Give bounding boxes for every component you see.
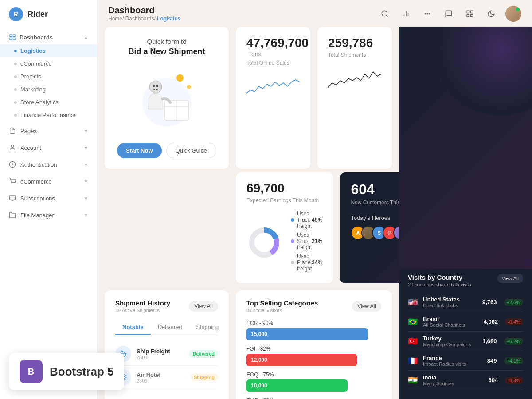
legend-ship: Used Ship freight 21% [291,232,322,250]
sidebar-filemanager-section: File Manager ▼ [0,207,97,223]
shipment-status-badge: Delivered [189,350,218,358]
sidebar: R Rider Dashboards ▲ Logistics eCommerce… [0,0,98,399]
sidebar-account-section: Account ▼ [0,140,97,155]
category-bar-row: FGI - 82% 12,000 [246,346,381,366]
visits-card: Visits by Country 20 countries share 97%… [399,265,532,399]
country-info: Brasil All Social Channels [423,316,479,328]
categories-title: Top Selling Categories [246,299,318,307]
user-avatar[interactable] [505,6,521,22]
sidebar-filemanager-label: File Manager [20,212,54,219]
grid-icon[interactable] [420,7,434,21]
sidebar-item-ecommerce[interactable]: eCommerce [0,57,97,70]
shipment-subtitle: 59 Active Shipments [115,308,170,313]
total-sales-card: 47,769,700 Tons Total Online Sales [236,27,310,169]
content-main: Quick form to Bid a New Shipment [98,27,399,399]
svg-point-16 [429,13,430,14]
country-change-badge: +4.1% [504,357,524,364]
categories-title-group: Top Selling Categories 8k social visitor… [246,299,318,313]
tab-delivered[interactable]: Delivered [151,320,189,335]
country-name: Turkey [423,335,478,342]
apps-grid-icon[interactable] [463,7,477,21]
bar-label: FMG - 60% [246,397,381,399]
sidebar-auth-section: Authentication ▼ [0,157,97,172]
search-icon[interactable] [378,7,392,21]
country-source: Impact Radius visits [423,361,483,367]
earnings-card: 69,700 Expected Earnings This Month [236,172,333,283]
sidebar-item-store-analytics[interactable]: Store Analytics [0,96,97,109]
bar-label: EOQ - 75% [246,372,381,378]
tab-notable[interactable]: Notable [115,320,151,335]
notifications-icon[interactable] [442,7,456,21]
content: Quick form to Bid a New Shipment [98,27,532,399]
sidebar-item-logistics[interactable]: Logistics [0,44,97,57]
theme-toggle-icon[interactable] [484,7,498,21]
filemanager-icon [9,211,16,219]
svg-point-26 [156,85,158,87]
bar-label: ECR - 90% [246,320,381,326]
country-source: Direct link clicks [423,303,478,308]
sidebar-ecommerce-label: eCommerce [20,178,52,185]
chevron-down-icon: ▼ [84,129,88,133]
shipments-number: 259,786 [328,36,381,50]
sidebar-item-label: Marketing [20,86,46,93]
chevron-up-icon: ▲ [84,35,88,40]
chevron-down-icon: ▼ [84,179,88,184]
shipments-chart [328,65,381,92]
category-bar-row: ECR - 90% 15,000 [246,320,381,340]
truck-dot [291,218,294,222]
shipment-row: Ship Freight 2808 Delivered [115,342,218,366]
sidebar-auth-item[interactable]: Authentication ▼ [0,157,97,172]
country-row: 🇧🇷 Brasil All Social Channels 4,062 -0.4… [408,312,523,332]
start-now-button[interactable]: Start Now [117,143,162,158]
country-change-badge: +0.2% [504,338,524,345]
sidebar-filemanager-item[interactable]: File Manager ▼ [0,207,97,223]
country-change-badge: -0.4% [505,318,523,325]
sidebar-ecommerce-item[interactable]: eCommerce ▼ [0,174,97,189]
earnings-donut-chart [246,225,282,260]
categories-view-all-button[interactable]: View All [352,301,381,312]
account-icon [9,144,16,151]
ecommerce-icon [9,178,16,185]
sidebar-item-marketing[interactable]: Marketing [0,83,97,96]
svg-point-24 [149,81,162,93]
bar-label: FGI - 82% [246,346,381,352]
sidebar-item-label: eCommerce [20,60,52,67]
quick-guide-button[interactable]: Quick Guide [166,143,217,158]
topbar: Dashboard Home/ Dashboards/ Logistics [98,0,532,27]
country-row: 🇮🇳 India Many Sources 604 -8.3% [408,371,523,390]
country-visits: 604 [489,377,498,383]
dot-icon [14,63,17,65]
svg-point-4 [11,145,13,147]
sidebar-pages-item[interactable]: Pages ▼ [0,123,97,138]
shipment-id-2: 2809 [137,378,185,383]
subscriptions-icon [9,195,16,202]
plane-label: Used Plane freight [297,253,312,272]
earnings-value: 69,700 [246,181,322,196]
svg-rect-3 [13,38,15,40]
chart-icon[interactable] [399,7,413,21]
quick-form-buttons: Start Now Quick Guide [117,143,216,158]
categories-header: Top Selling Categories 8k social visitor… [246,299,381,313]
tab-shipping[interactable]: Shipping [189,320,226,335]
sidebar-pages-label: Pages [20,128,37,134]
sidebar-subscriptions-item[interactable]: Subscriptions ▼ [0,191,97,206]
sidebar-item-finance[interactable]: Finance Performance [0,109,97,121]
sidebar-account-item[interactable]: Account ▼ [0,140,97,155]
sidebar-auth-label: Authentication [20,161,57,168]
visits-header: Visits by Country 20 countries share 97%… [408,274,523,287]
sidebar-dashboards-header[interactable]: Dashboards ▲ [0,30,97,44]
shipment-view-all-button[interactable]: View All [189,301,218,312]
quick-form-line2: Bid a New Shipment [128,47,205,56]
bar-fill: 10,000 [246,379,348,392]
sidebar-dashboards-section: Dashboards ▲ Logistics eCommerce Project… [0,30,97,121]
heroes-label: Today's Heroes [351,215,399,221]
dot-icon [14,88,17,91]
svg-point-15 [425,13,426,14]
country-change-badge: +2.6% [504,299,524,306]
shipment-title-group: Shipment History 59 Active Shipments [115,299,170,313]
breadcrumb-home: Home/ [108,16,124,22]
quick-form-text: Quick form to Bid a New Shipment [128,38,205,56]
visits-view-all-button[interactable]: View All [497,274,523,283]
sidebar-item-projects[interactable]: Projects [0,70,97,83]
sales-label: Total Online Sales [246,60,300,66]
